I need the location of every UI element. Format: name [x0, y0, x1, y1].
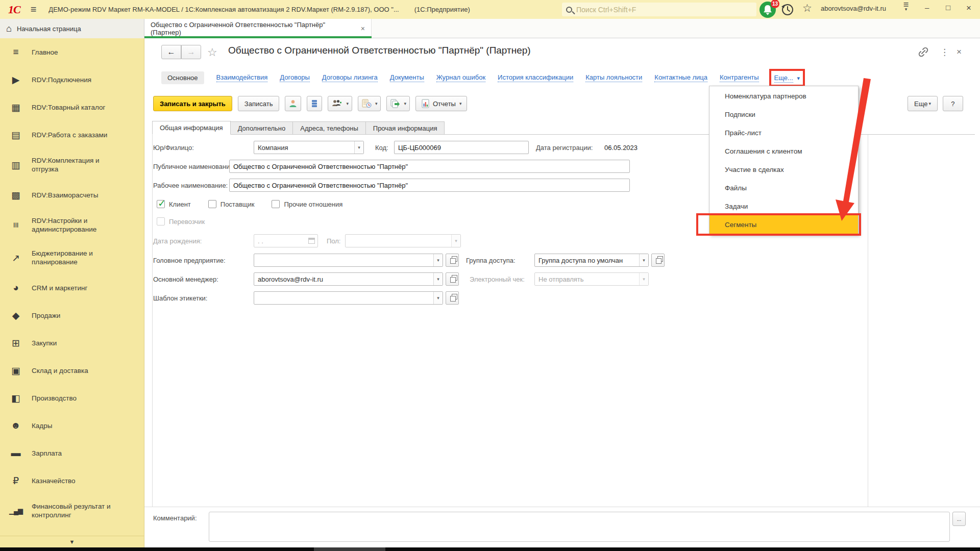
sidebar-item-production[interactable]: ◧ Производство [0, 384, 144, 412]
main-menu-icon[interactable]: ≡ [31, 4, 37, 15]
nav-error-log[interactable]: Журнал ошибок [436, 73, 485, 82]
menu-item-deal-participation[interactable]: Участие в сделках [709, 160, 858, 179]
menu-item-price-list[interactable]: Прайс-лист [709, 123, 858, 142]
tab-addresses-phones[interactable]: Адреса, телефоны [293, 121, 366, 135]
menu-item-subscriptions[interactable]: Подписки [709, 105, 858, 123]
tab-home-page[interactable]: ⌂ Начальная страница [0, 19, 144, 38]
main-manager-combo[interactable]: aborovtsova@rdv-it.ru ▾ [254, 272, 443, 286]
nav-main[interactable]: Основное [161, 71, 204, 84]
code-input[interactable] [394, 141, 529, 154]
head-company-open-button[interactable] [446, 254, 459, 267]
sidebar-scroll-down[interactable]: ▼ [0, 536, 144, 547]
restore-button[interactable]: □ [946, 3, 950, 12]
sidebar-item-label: RDV:Работа с заказами [32, 131, 111, 139]
sidebar-item-salary[interactable]: ▬ Зарплата [0, 439, 144, 467]
nav-classification-history[interactable]: История классификации [498, 73, 573, 82]
label-template-open-button[interactable] [446, 291, 459, 305]
sidebar-item-rdv-connections[interactable]: ▶ RDV:Подключения [0, 66, 144, 93]
tab-other-info[interactable]: Прочая информация [366, 121, 445, 135]
add-contact-button[interactable]: ▾ [328, 96, 352, 111]
sidebar-item-rdv-catalog[interactable]: ▦ RDV:Товарный каталог [0, 93, 144, 121]
menu-item-segments[interactable]: Сегменты [709, 215, 858, 234]
sidebar-item-sales[interactable]: ◆ Продажи [0, 302, 144, 329]
search-icon [566, 7, 572, 13]
close-form-button[interactable]: × [957, 47, 962, 57]
legal-type-combo[interactable]: Компания ▾ [254, 141, 364, 154]
nav-documents[interactable]: Документы [390, 73, 424, 82]
sidebar-item-rdv-orders[interactable]: ▤ RDV:Работа с заказами [0, 121, 144, 148]
sidebar-item-rdv-shipping[interactable]: ▥ RDV:Комплектация и отгрузка [0, 148, 144, 181]
sidebar-item-budgeting[interactable]: ↗ Бюджетирование и планирование [0, 241, 144, 274]
public-name-input[interactable] [229, 160, 630, 173]
tab-additional[interactable]: Дополнительно [231, 121, 293, 135]
other-relations-checkbox[interactable] [272, 200, 280, 208]
chevron-down-icon[interactable]: ▾ [433, 254, 443, 266]
user-menu-button[interactable]: ≡ ▾ [900, 2, 912, 12]
save-button[interactable]: Записать [238, 96, 280, 111]
comment-more-button[interactable]: ... [952, 512, 966, 526]
sidebar-item-label: Склад и доставка [32, 366, 92, 375]
client-checkbox[interactable]: ✓ [157, 200, 165, 208]
access-group-combo[interactable]: Группа доступа по умолчан ▾ [534, 254, 649, 267]
global-search[interactable] [562, 3, 756, 16]
more-button[interactable]: Еще ▾ [908, 96, 938, 111]
nav-counterparties[interactable]: Контрагенты [720, 73, 759, 82]
history-button[interactable] [780, 3, 794, 16]
user-email[interactable]: aborovtsova@rdv-it.ru [821, 5, 886, 12]
nav-loyalty-cards[interactable]: Карты лояльности [585, 73, 642, 82]
tab-general-info[interactable]: Общая информация [152, 121, 231, 135]
more-actions-icon[interactable]: ⋮ [940, 47, 949, 58]
label-template-combo[interactable]: ▾ [254, 291, 443, 305]
tab-partner-card[interactable]: Общество с Ограниченной Ответственностью… [144, 19, 372, 38]
sidebar-item-rdv-settlements[interactable]: ▩ RDV:Взаиморасчеты [0, 181, 144, 209]
menu-item-partner-nomenclature[interactable]: Номенклатура партнеров [709, 87, 858, 105]
nav-interactions[interactable]: Взаимодействия [216, 73, 268, 82]
head-company-combo[interactable]: ▾ [254, 254, 443, 267]
nav-contact-persons[interactable]: Контактные лица [654, 73, 707, 82]
chevron-down-icon[interactable]: ▾ [354, 141, 363, 154]
tab-close-icon[interactable]: × [361, 24, 365, 33]
comment-textarea[interactable] [209, 512, 950, 542]
sidebar-item-main[interactable]: ≡ Главное [0, 38, 144, 66]
menu-item-client-agreements[interactable]: Соглашения с клиентом [709, 142, 858, 160]
person-icon: ☻ [0, 420, 32, 431]
structure-button[interactable] [307, 96, 322, 111]
chevron-down-icon[interactable]: ▾ [433, 273, 443, 285]
menu-item-files[interactable]: Файлы [709, 179, 858, 197]
save-and-close-button[interactable]: Записать и закрыть [153, 96, 232, 111]
search-input[interactable] [572, 6, 756, 14]
sidebar-item-purchases[interactable]: ⊞ Закупки [0, 329, 144, 357]
nav-contracts[interactable]: Договоры [280, 73, 309, 82]
contact-person-button[interactable] [285, 96, 301, 111]
chevron-down-icon[interactable]: ▾ [433, 292, 443, 304]
notifications-button[interactable]: 13 [759, 1, 776, 18]
sidebar-item-warehouse[interactable]: ▣ Склад и доставка [0, 357, 144, 384]
sidebar-item-crm[interactable]: ◕ CRM и маркетинг [0, 274, 144, 302]
access-group-open-button[interactable] [651, 254, 665, 267]
minimize-button[interactable]: – [925, 3, 929, 12]
forward-button[interactable]: → [181, 45, 201, 59]
create-based-on-button[interactable]: ▾ [386, 96, 410, 111]
sidebar-item-rdv-settings[interactable]: ≡ RDV:Настройки и администрирование [0, 209, 144, 241]
close-window-button[interactable]: × [966, 3, 971, 13]
favorites-icon[interactable]: ☆ [802, 2, 812, 14]
menu-item-tasks[interactable]: Задачи [709, 197, 858, 215]
sidebar-item-finance[interactable]: ▁▄▆ Финансовый результат и контроллинг [0, 494, 144, 527]
work-name-input[interactable] [229, 179, 630, 192]
chevron-down-icon[interactable]: ▾ [639, 254, 648, 266]
main-manager-open-button[interactable] [446, 272, 459, 286]
public-name-label: Публичное наименование: [153, 163, 235, 170]
supplier-checkbox[interactable] [208, 200, 216, 208]
sidebar-item-hr[interactable]: ☻ Кадры [0, 412, 144, 439]
get-link-button[interactable] [918, 47, 929, 59]
favorite-star-icon[interactable]: ☆ [207, 46, 217, 59]
nav-more-menu[interactable]: Еще... ▾ [771, 72, 803, 84]
sidebar-item-treasury[interactable]: ₽ Казначейство [0, 467, 144, 494]
nav-leasing-contracts[interactable]: Договоры лизинга [322, 73, 378, 82]
open-icon [656, 258, 660, 263]
order-list-icon: ▤ [0, 129, 32, 141]
reports-button[interactable]: Отчеты ▾ [415, 96, 467, 111]
scheduled-docs-button[interactable]: ▾ [358, 96, 381, 111]
help-button[interactable]: ? [943, 96, 963, 111]
back-button[interactable]: ← [161, 45, 181, 59]
